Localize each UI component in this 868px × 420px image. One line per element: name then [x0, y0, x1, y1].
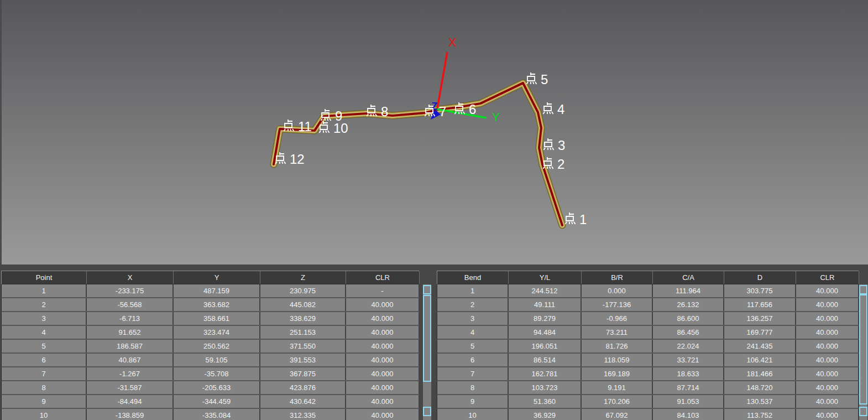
- table-cell[interactable]: 40.000: [796, 381, 859, 394]
- table-cell[interactable]: 244.512: [509, 284, 582, 297]
- table-cell[interactable]: 181.466: [724, 367, 796, 380]
- table-cell[interactable]: 8: [437, 381, 509, 394]
- scrollbar-thumb[interactable]: [859, 294, 867, 405]
- table-cell[interactable]: 86.456: [653, 326, 724, 339]
- table-cell[interactable]: 9: [437, 395, 509, 408]
- table-cell[interactable]: 40.000: [796, 395, 859, 408]
- table-cell[interactable]: 40.000: [796, 367, 859, 380]
- table-row[interactable]: 951.360170.20691.053130.53740.000: [437, 395, 859, 409]
- table-cell[interactable]: -177.136: [582, 298, 653, 311]
- table-cell[interactable]: 113.752: [724, 409, 796, 420]
- table-row[interactable]: 249.111-177.13626.132117.65640.000: [437, 298, 859, 312]
- table-cell[interactable]: 4: [2, 326, 87, 339]
- table-cell[interactable]: 86.600: [653, 312, 724, 325]
- scrollbar-thumb[interactable]: [423, 295, 431, 382]
- table-cell[interactable]: 6: [2, 354, 87, 366]
- table-cell[interactable]: 40.000: [346, 409, 420, 420]
- table-cell[interactable]: 4: [437, 326, 509, 339]
- table-cell[interactable]: -56.568: [87, 298, 174, 311]
- table-cell[interactable]: 391.553: [260, 354, 346, 366]
- table-cell[interactable]: 5: [437, 340, 509, 352]
- table-cell[interactable]: -31.587: [87, 381, 174, 394]
- table-cell[interactable]: -35.708: [174, 367, 260, 380]
- table-cell[interactable]: 118.059: [582, 354, 653, 366]
- table-cell[interactable]: 303.775: [724, 284, 796, 297]
- bends-table-scrollbar[interactable]: [859, 284, 867, 420]
- table-cell[interactable]: -84.494: [87, 395, 174, 408]
- table-cell[interactable]: 40.000: [796, 409, 859, 420]
- table-cell[interactable]: 487.159: [174, 284, 260, 297]
- table-cell[interactable]: 86.514: [509, 354, 582, 366]
- table-cell[interactable]: 49.111: [509, 298, 582, 311]
- table-cell[interactable]: 91.053: [653, 395, 724, 408]
- scroll-up-button[interactable]: [859, 285, 867, 294]
- table-cell[interactable]: 111.964: [653, 284, 724, 297]
- table-cell[interactable]: 1: [2, 284, 87, 297]
- table-cell[interactable]: 8: [2, 381, 87, 394]
- table-cell[interactable]: 40.000: [796, 354, 859, 366]
- table-cell[interactable]: 169.777: [724, 326, 796, 339]
- table-cell[interactable]: 430.642: [260, 395, 346, 408]
- 3d-viewport[interactable]: X Y Z 123456789101112: [0, 0, 868, 265]
- table-cell[interactable]: 59.105: [174, 354, 260, 366]
- table-row[interactable]: 8103.7239.19187.714148.72040.000: [437, 381, 859, 395]
- table-cell[interactable]: 5: [2, 340, 87, 352]
- table-row[interactable]: 1244.5120.000111.964303.77540.000: [437, 284, 859, 298]
- table-cell[interactable]: 40.000: [796, 340, 859, 352]
- table-cell[interactable]: 148.720: [724, 381, 796, 394]
- table-cell[interactable]: 136.257: [724, 312, 796, 325]
- table-cell[interactable]: 10: [437, 409, 509, 420]
- table-cell[interactable]: 371.550: [260, 340, 346, 352]
- table-cell[interactable]: 67.092: [582, 409, 653, 420]
- table-row[interactable]: 3-6.713358.661338.62940.000: [1, 312, 419, 326]
- table-row[interactable]: 7-1.267-35.708367.87540.000: [1, 367, 419, 381]
- table-cell[interactable]: 51.360: [509, 395, 582, 408]
- table-cell[interactable]: 196.051: [509, 340, 582, 352]
- table-cell[interactable]: 250.562: [174, 340, 260, 352]
- scroll-down-button[interactable]: [859, 407, 867, 416]
- points-table-scrollbar[interactable]: [423, 284, 431, 420]
- table-cell[interactable]: 84.103: [653, 409, 724, 420]
- table-cell[interactable]: 40.000: [346, 298, 420, 311]
- table-cell[interactable]: 40.000: [346, 367, 420, 380]
- table-cell[interactable]: 0.000: [582, 284, 653, 297]
- table-row[interactable]: 491.652323.474251.15340.000: [1, 326, 419, 340]
- table-row[interactable]: 640.86759.105391.55340.000: [1, 354, 419, 367]
- table-row[interactable]: 1-233.175487.159230.975-: [1, 284, 419, 298]
- table-row[interactable]: 389.279-0.96686.600136.25740.000: [437, 312, 859, 326]
- table-cell[interactable]: 89.279: [509, 312, 582, 325]
- table-cell[interactable]: 18.633: [653, 367, 724, 380]
- table-cell[interactable]: 117.656: [724, 298, 796, 311]
- table-cell[interactable]: -205.633: [174, 381, 260, 394]
- table-cell[interactable]: 230.975: [260, 284, 346, 297]
- scroll-up-button[interactable]: [423, 285, 431, 294]
- table-cell[interactable]: 445.082: [260, 298, 346, 311]
- table-cell[interactable]: 36.929: [509, 409, 582, 420]
- table-cell[interactable]: 323.474: [174, 326, 260, 339]
- table-cell[interactable]: 40.000: [346, 354, 420, 366]
- table-cell[interactable]: -335.084: [174, 409, 260, 420]
- table-cell[interactable]: 40.000: [346, 381, 420, 394]
- table-cell[interactable]: 186.587: [87, 340, 174, 352]
- table-cell[interactable]: -138.859: [87, 409, 174, 420]
- table-cell[interactable]: -1.267: [87, 367, 174, 380]
- table-cell[interactable]: 1: [437, 284, 509, 297]
- table-cell[interactable]: 10: [2, 409, 87, 420]
- table-cell[interactable]: 9.191: [582, 381, 653, 394]
- table-cell[interactable]: 7: [2, 367, 87, 380]
- table-cell[interactable]: 358.661: [174, 312, 260, 325]
- table-cell[interactable]: 7: [437, 367, 509, 380]
- table-cell[interactable]: 338.629: [260, 312, 346, 325]
- table-cell[interactable]: 251.153: [260, 326, 346, 339]
- table-cell[interactable]: 40.000: [346, 395, 420, 408]
- table-cell[interactable]: 33.721: [653, 354, 724, 366]
- table-cell[interactable]: 367.875: [260, 367, 346, 380]
- table-cell[interactable]: 40.000: [796, 284, 859, 297]
- table-cell[interactable]: 40.867: [87, 354, 174, 366]
- table-row[interactable]: 686.514118.05933.721106.42140.000: [437, 354, 859, 367]
- table-cell[interactable]: 94.484: [509, 326, 582, 339]
- table-cell[interactable]: 40.000: [796, 298, 859, 311]
- table-row[interactable]: 7162.781169.18918.633181.46640.000: [437, 367, 859, 381]
- table-cell[interactable]: 106.421: [724, 354, 796, 366]
- table-cell[interactable]: 40.000: [346, 312, 420, 325]
